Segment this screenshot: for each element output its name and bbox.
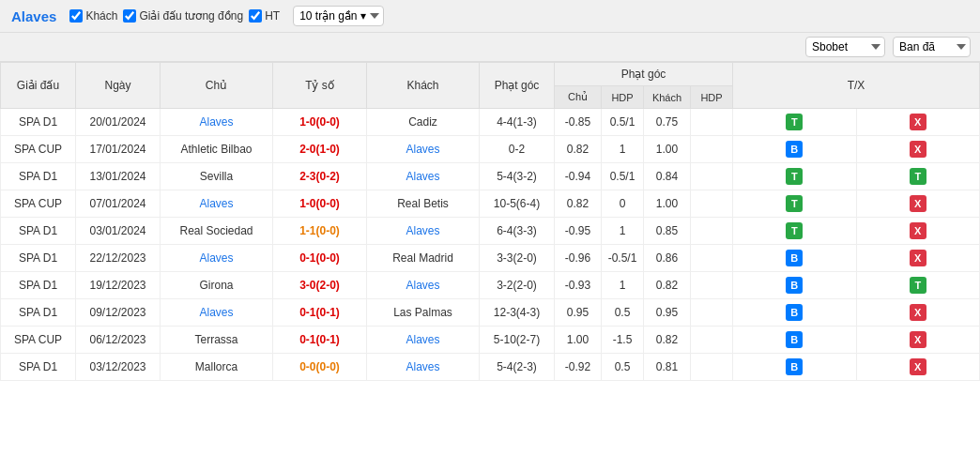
- home-name: Sevilla: [200, 170, 233, 183]
- hdp2-cell: [691, 245, 733, 272]
- badge1: T: [786, 114, 803, 130]
- date-cell: 22/12/2023: [76, 245, 161, 272]
- score-cell: 1-0(0-0): [273, 109, 367, 136]
- score-cell: 0-0(0-0): [273, 354, 367, 381]
- badge1: B: [786, 304, 803, 321]
- badge2: X: [910, 358, 926, 375]
- corner-cell: 5-10(2-7): [480, 327, 555, 354]
- badge1-cell: B: [733, 136, 857, 163]
- badge2-cell: X: [856, 109, 980, 136]
- score-value: 0-0(0-0): [299, 360, 340, 373]
- away-cell: Alaves: [367, 218, 480, 245]
- badge2: X: [910, 141, 926, 158]
- score-value: 0-1(0-1): [299, 306, 340, 319]
- home-cell: Real Sociedad: [161, 218, 273, 245]
- away-link[interactable]: Alaves: [406, 224, 439, 237]
- league-cell: SPA D1: [1, 218, 76, 245]
- filter-giai-checkbox[interactable]: [123, 9, 136, 23]
- date-cell: 20/01/2024: [76, 109, 161, 136]
- home-name: Terrassa: [194, 333, 237, 346]
- badge1: T: [786, 222, 803, 239]
- score-cell: 0-1(0-1): [273, 327, 367, 354]
- badge2-cell: T: [856, 163, 980, 190]
- home-link[interactable]: Alaves: [199, 115, 233, 129]
- away-cell: Alaves: [367, 136, 480, 163]
- col-header-row: Giải đấu Ngày Chủ Tỷ số Khách Phạt góc P…: [1, 63, 980, 86]
- col-tx: T/X: [733, 63, 980, 109]
- badge1: B: [786, 250, 803, 266]
- home-link[interactable]: Alaves: [199, 197, 233, 210]
- away-link[interactable]: Alaves: [406, 170, 439, 183]
- col-date: Ngày: [76, 63, 161, 109]
- filter-khach-label[interactable]: Khách: [69, 9, 117, 23]
- league-cell: SPA D1: [1, 245, 76, 272]
- score-value: 2-3(0-2): [299, 170, 340, 183]
- date-cell: 17/01/2024: [76, 136, 161, 163]
- league-cell: SPA D1: [1, 163, 76, 190]
- filter-ht-label[interactable]: HT: [249, 9, 280, 23]
- away-link[interactable]: Alaves: [406, 143, 439, 156]
- filter-ht-checkbox[interactable]: [249, 9, 262, 23]
- hdp-cell: -0.5/1: [602, 245, 644, 272]
- table-row: SPA CUP 17/01/2024 Athletic Bilbao 2-0(1…: [1, 136, 980, 163]
- badge2: X: [910, 331, 926, 348]
- badge1-cell: B: [733, 354, 857, 381]
- khach-cell: 0.95: [644, 299, 691, 327]
- badge2-cell: X: [856, 245, 980, 272]
- badge1: T: [786, 168, 803, 185]
- score-cell: 0-1(0-1): [273, 299, 367, 327]
- table-row: SPA CUP 07/01/2024 Alaves 1-0(0-0) Real …: [1, 190, 980, 218]
- badge1-cell: T: [733, 109, 857, 136]
- khach-cell: 0.75: [644, 109, 691, 136]
- home-cell: Mallorca: [161, 354, 273, 381]
- badge2: X: [910, 195, 926, 212]
- score-cell: 1-1(0-0): [273, 218, 367, 245]
- filter-khach-checkbox[interactable]: [69, 9, 83, 23]
- score-value: 2-0(1-0): [299, 143, 340, 156]
- away-link[interactable]: Alaves: [406, 360, 439, 373]
- hdp2-cell: [691, 109, 733, 136]
- badge1: B: [786, 141, 803, 158]
- chu-cell: -0.95: [555, 218, 602, 245]
- filter-giai-text: Giải đấu tương đồng: [139, 9, 243, 23]
- banda-select[interactable]: Ban đã Trước trận: [893, 37, 971, 57]
- table-row: SPA D1 19/12/2023 Girona 3-0(2-0) Alaves…: [1, 272, 980, 299]
- corner-cell: 12-3(4-3): [480, 299, 555, 327]
- away-link[interactable]: Alaves: [406, 333, 439, 346]
- hdp-cell: 0.5: [602, 354, 644, 381]
- khach-cell: 0.82: [644, 327, 691, 354]
- home-cell: Alaves: [161, 190, 273, 218]
- score-value: 1-0(0-0): [299, 197, 340, 210]
- hdp-cell: 0.5: [602, 299, 644, 327]
- badge2-cell: X: [856, 299, 980, 327]
- filter-giai-label[interactable]: Giải đấu tương đồng: [123, 9, 243, 23]
- date-cell: 06/12/2023: [76, 327, 161, 354]
- recent-select[interactable]: 10 trận gần ▾ 5 trận gần 15 trận gần 20 …: [293, 6, 384, 26]
- table-row: SPA D1 22/12/2023 Alaves 0-1(0-0) Real M…: [1, 245, 980, 272]
- away-link[interactable]: Alaves: [406, 279, 439, 292]
- sbobet-select[interactable]: Sbobet Bet365 William Hill: [805, 37, 885, 57]
- score-cell: 2-3(0-2): [273, 163, 367, 190]
- away-name: Real Betis: [397, 197, 449, 210]
- badge2-cell: T: [856, 272, 980, 299]
- home-link[interactable]: Alaves: [199, 306, 233, 319]
- home-name: Mallorca: [195, 360, 237, 373]
- hdp-cell: 0.5/1: [602, 109, 644, 136]
- badge1-cell: T: [733, 190, 857, 218]
- chu-cell: -0.85: [555, 109, 602, 136]
- hdp2-cell: [691, 354, 733, 381]
- away-cell: Alaves: [367, 354, 480, 381]
- hdp2-cell: [691, 299, 733, 327]
- home-link[interactable]: Alaves: [199, 251, 233, 265]
- khach-cell: 0.85: [644, 218, 691, 245]
- away-name: Real Madrid: [392, 251, 453, 265]
- corner-cell: 4-4(1-3): [480, 109, 555, 136]
- table-row: SPA D1 13/01/2024 Sevilla 2-3(0-2) Alave…: [1, 163, 980, 190]
- badge1: B: [786, 358, 803, 375]
- badge1-cell: B: [733, 327, 857, 354]
- away-cell: Real Betis: [367, 190, 480, 218]
- hdp-cell: 1: [602, 136, 644, 163]
- away-name: Cadiz: [408, 115, 437, 129]
- badge2: X: [910, 304, 926, 321]
- home-name: Athletic Bilbao: [180, 143, 252, 156]
